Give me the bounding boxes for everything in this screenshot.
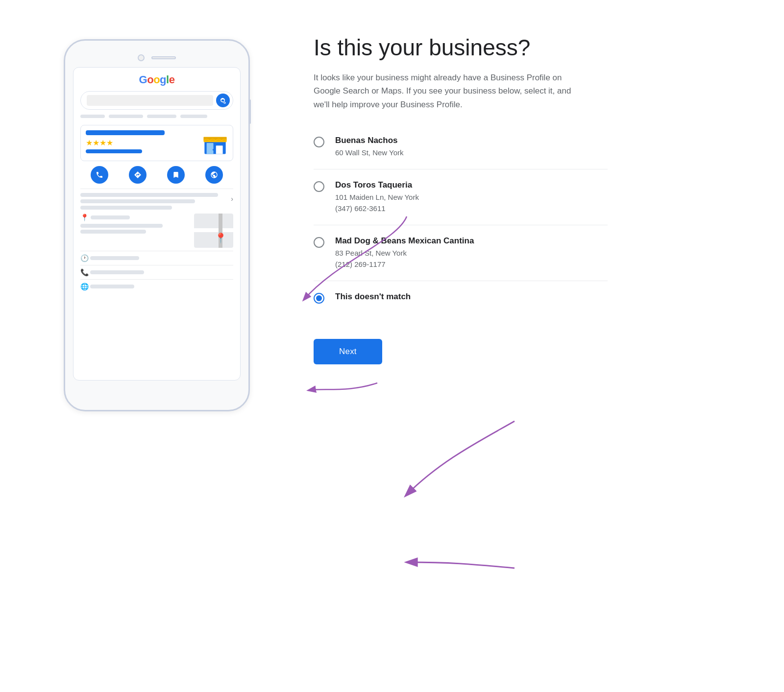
option-address-mad-dog: 83 Pearl St, New York (212) 269-1177 bbox=[335, 248, 474, 270]
phone-save-icon bbox=[167, 166, 185, 184]
phone-info-line-1 bbox=[80, 193, 218, 197]
phone-stars: ★★★★ bbox=[86, 138, 198, 147]
option-name-no-match: This doesn't match bbox=[335, 292, 411, 302]
phone-map-text: 📍 bbox=[80, 214, 190, 248]
phone-website-icon bbox=[205, 166, 223, 184]
phone-call-icon bbox=[91, 166, 108, 184]
radio-mad-dog[interactable] bbox=[314, 237, 324, 248]
page-title: Is this your business? bbox=[314, 34, 745, 61]
option-details-buenas-nachos: Buenas Nachos 60 Wall St, New York bbox=[335, 136, 404, 159]
skeleton-nav-1 bbox=[80, 115, 105, 118]
phone-hours-row: 🕐 bbox=[80, 251, 233, 262]
phone-address-line-2 bbox=[80, 230, 146, 234]
phone-mockup: Google ★★★★ bbox=[64, 39, 250, 411]
phone-website-skeleton bbox=[90, 285, 134, 288]
logo-o2: o bbox=[153, 73, 160, 86]
logo-e: e bbox=[169, 73, 175, 86]
phone-business-info: ★★★★ bbox=[86, 130, 198, 153]
radio-buenas-nachos[interactable] bbox=[314, 137, 324, 147]
phone-speaker bbox=[151, 56, 176, 59]
phone-phone-icon: 📞 bbox=[80, 268, 90, 276]
option-details-mad-dog: Mad Dog & Beans Mexican Cantina 83 Pearl… bbox=[335, 236, 474, 270]
option-item-dos-toros[interactable]: Dos Toros Taqueria 101 Maiden Ln, New Yo… bbox=[314, 169, 608, 225]
phone-clock-icon: 🕐 bbox=[80, 254, 90, 262]
phone-nav-skeleton bbox=[80, 115, 233, 121]
google-logo: Google bbox=[80, 73, 233, 86]
phone-address-line-1 bbox=[80, 224, 163, 228]
svg-rect-3 bbox=[216, 145, 223, 154]
phone-map-thumbnail: 📍 bbox=[194, 214, 233, 248]
phone-business-card: ★★★★ bbox=[80, 125, 233, 161]
radio-inner-no-match bbox=[316, 295, 322, 301]
option-name-dos-toros: Dos Toros Taqueria bbox=[335, 180, 419, 190]
option-name-buenas-nachos: Buenas Nachos bbox=[335, 136, 404, 145]
option-details-dos-toros: Dos Toros Taqueria 101 Maiden Ln, New Yo… bbox=[335, 180, 419, 214]
phone-directions-icon bbox=[129, 166, 147, 184]
option-name-mad-dog: Mad Dog & Beans Mexican Cantina bbox=[335, 236, 474, 246]
phone-store-icon bbox=[202, 130, 228, 156]
phone-location-icon: 📍 bbox=[80, 214, 89, 221]
phone-info-line-3 bbox=[80, 206, 172, 210]
phone-mockup-panel: Google ★★★★ bbox=[39, 29, 274, 411]
phone-address-skeleton bbox=[91, 215, 130, 219]
logo-g2: g bbox=[160, 73, 166, 86]
phone-phone-skeleton bbox=[90, 270, 144, 274]
phone-notch bbox=[73, 54, 241, 61]
phone-info-section: › bbox=[80, 189, 233, 210]
phone-map-road-h bbox=[194, 228, 233, 232]
phone-business-name-bar bbox=[86, 130, 165, 135]
next-button-area: Next bbox=[314, 339, 382, 364]
phone-map-pin: 📍 bbox=[215, 232, 227, 244]
logo-g: G bbox=[139, 73, 147, 86]
option-address-buenas-nachos: 60 Wall St, New York bbox=[335, 147, 404, 159]
option-item-buenas-nachos[interactable]: Buenas Nachos 60 Wall St, New York bbox=[314, 136, 608, 170]
next-button[interactable]: Next bbox=[314, 339, 382, 364]
phone-phone-row: 📞 bbox=[80, 265, 233, 276]
phone-hours-skeleton bbox=[90, 256, 139, 260]
phone-screen: Google ★★★★ bbox=[73, 67, 241, 381]
phone-map-area: 📍 📍 bbox=[80, 214, 233, 248]
phone-info-line-2 bbox=[80, 199, 195, 203]
skeleton-nav-3 bbox=[147, 115, 176, 118]
svg-point-6 bbox=[213, 149, 214, 150]
option-item-no-match[interactable]: This doesn't match bbox=[314, 281, 608, 314]
phone-side-button bbox=[249, 99, 251, 124]
phone-business-detail-bar bbox=[86, 149, 142, 153]
skeleton-nav-2 bbox=[109, 115, 143, 118]
logo-o1: o bbox=[147, 73, 153, 86]
options-list: Buenas Nachos 60 Wall St, New York Dos T… bbox=[314, 136, 608, 315]
phone-action-icons bbox=[80, 166, 233, 184]
phone-website-row: 🌐 bbox=[80, 279, 233, 290]
skeleton-nav-4 bbox=[180, 115, 207, 118]
right-panel: Is this your business? It looks like you… bbox=[274, 29, 745, 364]
search-icon bbox=[220, 97, 226, 104]
phone-search-input bbox=[87, 95, 213, 106]
page-subtitle: It looks like your business might alread… bbox=[314, 71, 578, 111]
option-details-no-match: This doesn't match bbox=[335, 292, 411, 304]
option-item-mad-dog[interactable]: Mad Dog & Beans Mexican Cantina 83 Pearl… bbox=[314, 225, 608, 281]
phone-chevron-icon: › bbox=[231, 195, 233, 203]
phone-search-button bbox=[216, 94, 230, 107]
phone-search-bar bbox=[80, 91, 233, 110]
phone-globe-icon: 🌐 bbox=[80, 283, 90, 290]
phone-camera bbox=[138, 54, 145, 61]
option-address-dos-toros: 101 Maiden Ln, New York (347) 662-3611 bbox=[335, 192, 419, 214]
radio-dos-toros[interactable] bbox=[314, 181, 324, 192]
svg-rect-2 bbox=[207, 143, 214, 154]
radio-no-match[interactable] bbox=[314, 293, 324, 304]
